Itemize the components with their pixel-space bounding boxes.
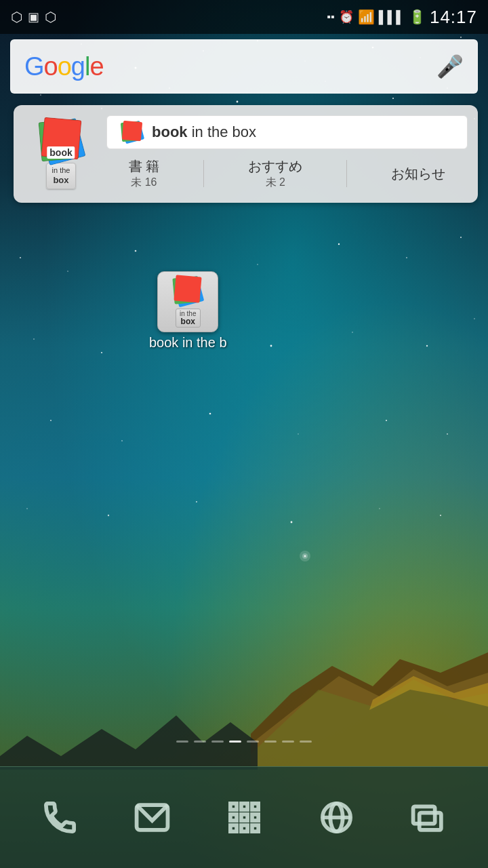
page-indicators <box>0 741 488 743</box>
book-stack-logo: book <box>30 119 92 163</box>
stat-divider-1 <box>203 160 204 187</box>
book-in-the-box-widget[interactable]: book in the box book in the box 書 籍 未 16 <box>14 105 478 203</box>
mountains-silhouette <box>0 688 258 770</box>
dock-recent-icon[interactable] <box>401 791 455 845</box>
svg-marker-56 <box>0 715 258 770</box>
alarm-icon: ⏰ <box>339 9 354 24</box>
svg-rect-63 <box>251 814 258 821</box>
email-svg <box>134 799 171 836</box>
recent-svg <box>410 799 447 836</box>
widget-stats: 書 籍 未 16 おすすめ 未 2 お知らせ <box>106 155 468 193</box>
wifi-icon: 📶 <box>358 9 375 25</box>
box-text: box <box>52 175 70 186</box>
stat-books-sub: 未 16 <box>131 176 157 190</box>
status-right-icons: ▪▪ ⏰ 📶 ▌▌▌ 🔋 14:17 <box>327 7 477 28</box>
app-icon-bot-text: box <box>180 317 196 326</box>
page-dot-5[interactable] <box>264 741 277 743</box>
book-sm-red <box>122 121 142 141</box>
page-dot-7[interactable] <box>300 741 312 743</box>
stat-divider-2 <box>346 160 347 187</box>
widget-header[interactable]: book in the box <box>106 115 468 149</box>
apps-svg <box>226 799 263 836</box>
dock <box>0 766 488 868</box>
globe-svg <box>318 799 355 836</box>
widget-header-text: book in the box <box>152 123 256 141</box>
dock-browser-icon[interactable] <box>309 791 363 845</box>
svg-rect-66 <box>251 825 258 831</box>
page-dot-1[interactable] <box>194 741 206 743</box>
usb2-icon: ⬡ <box>45 9 56 25</box>
stat-recommended[interactable]: おすすめ 未 2 <box>248 157 302 190</box>
stat-recommended-label: おすすめ <box>248 157 302 176</box>
svg-rect-70 <box>413 806 434 823</box>
stat-recommended-sub: 未 2 <box>266 176 285 190</box>
search-bar[interactable]: Google 🎤 <box>10 39 478 94</box>
dock-phone-icon[interactable] <box>33 791 87 845</box>
book-label: book <box>47 146 75 159</box>
svg-rect-61 <box>230 814 236 821</box>
widget-logo[interactable]: book in the box <box>24 115 98 193</box>
notification-icon: ▪▪ <box>327 11 334 23</box>
mic-icon[interactable]: 🎤 <box>436 54 464 79</box>
google-logo: Google <box>24 52 104 81</box>
book-icon-small <box>117 121 146 143</box>
app-icon-label-box: in the box <box>176 309 200 328</box>
svg-rect-62 <box>241 814 247 821</box>
svg-rect-60 <box>251 804 258 810</box>
dock-email-icon[interactable] <box>125 791 179 845</box>
app-icon-box[interactable]: in the box <box>157 271 218 332</box>
svg-rect-65 <box>241 825 247 831</box>
signal-icon: ▌▌▌ <box>379 10 405 24</box>
widget-content: book in the box 書 籍 未 16 おすすめ 未 2 お知らせ <box>106 115 468 193</box>
usb-icon: ⬡ <box>11 9 22 25</box>
in-the-text: in the <box>52 166 70 175</box>
svg-rect-59 <box>241 804 247 810</box>
app-name-label: book in the b <box>149 335 227 351</box>
svg-rect-71 <box>419 813 441 830</box>
phone-svg <box>41 799 79 836</box>
page-dot-6[interactable] <box>282 741 294 743</box>
in-the-box-button[interactable]: in the box <box>46 163 77 189</box>
app-book-stack <box>167 276 208 307</box>
stat-books[interactable]: 書 籍 未 16 <box>129 157 160 190</box>
page-dot-4[interactable] <box>247 741 259 743</box>
status-time: 14:17 <box>430 7 477 28</box>
svg-rect-64 <box>230 825 236 831</box>
battery-icon: 🔋 <box>409 9 426 25</box>
status-bar: ⬡ ▣ ⬡ ▪▪ ⏰ 📶 ▌▌▌ 🔋 14:17 <box>0 0 488 34</box>
page-dot-0[interactable] <box>176 741 188 743</box>
app-book-red <box>174 275 202 302</box>
status-left-icons: ⬡ ▣ ⬡ <box>11 9 56 25</box>
svg-rect-58 <box>230 804 236 810</box>
page-dot-2[interactable] <box>211 741 224 743</box>
stat-news[interactable]: お知らせ <box>391 165 445 183</box>
sim-icon: ▣ <box>28 9 39 24</box>
dock-apps-icon[interactable] <box>217 791 271 845</box>
page-dot-3-active[interactable] <box>229 741 241 743</box>
stat-books-label: 書 籍 <box>129 157 160 176</box>
stat-news-label: お知らせ <box>391 165 445 183</box>
app-icon[interactable]: in the box book in the b <box>149 271 227 351</box>
cliff-landscape <box>251 632 488 768</box>
